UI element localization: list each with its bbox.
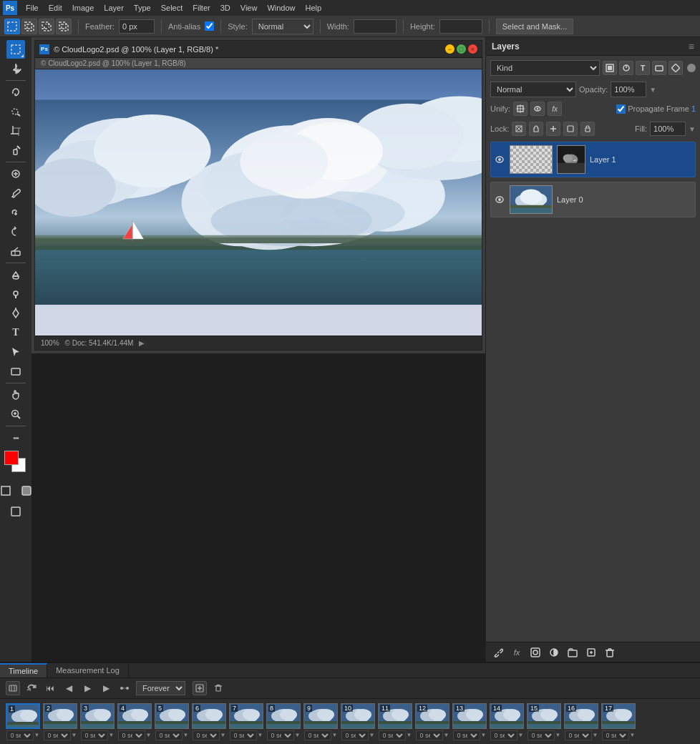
play-btn[interactable]: ▶ bbox=[80, 681, 94, 695]
menu-file[interactable]: File bbox=[21, 2, 43, 14]
frame-time-arrow-3[interactable]: ▼ bbox=[109, 732, 115, 738]
create-adjustment-btn[interactable] bbox=[546, 645, 562, 660]
menu-3d[interactable]: 3D bbox=[216, 2, 235, 14]
frame-item-7[interactable]: 7 0 sec.▼ bbox=[229, 703, 263, 740]
frame-time-select-10[interactable]: 0 sec. bbox=[341, 730, 369, 740]
tab-timeline[interactable]: Timeline bbox=[0, 663, 47, 677]
lock-position-btn[interactable] bbox=[546, 122, 560, 136]
antialias-checkbox[interactable] bbox=[205, 21, 214, 31]
new-selection-btn[interactable] bbox=[4, 19, 20, 34]
add-layer-style-btn[interactable]: fx bbox=[509, 645, 525, 660]
eraser-tool[interactable] bbox=[6, 242, 25, 260]
frame-time-arrow-12[interactable]: ▼ bbox=[444, 732, 449, 738]
frame-time-select-6[interactable]: 0 sec. bbox=[193, 730, 220, 740]
frame-time-select-4[interactable]: 0 sec. bbox=[118, 730, 145, 740]
frame-time-select-5[interactable]: 0 sec. bbox=[155, 730, 183, 740]
blend-mode-select[interactable]: Normal Dissolve Darken Multiply Screen O… bbox=[490, 82, 576, 97]
move-tool[interactable] bbox=[6, 59, 25, 78]
frame-item-17[interactable]: 17 0 sec.▼ bbox=[601, 703, 636, 740]
healing-brush-tool[interactable] bbox=[6, 165, 25, 183]
frame-time-arrow-14[interactable]: ▼ bbox=[518, 732, 524, 738]
quick-mask-btn[interactable] bbox=[17, 481, 32, 500]
frame-time-select-17[interactable]: 0 sec. bbox=[602, 730, 629, 740]
frame-item-10[interactable]: 10 0 sec.▼ bbox=[341, 703, 375, 740]
paint-bucket-tool[interactable] bbox=[6, 265, 25, 284]
fill-input[interactable] bbox=[650, 122, 686, 136]
frame-time-arrow-4[interactable]: ▼ bbox=[146, 732, 152, 738]
quick-selection-tool[interactable] bbox=[6, 102, 25, 121]
menu-edit[interactable]: Edit bbox=[44, 2, 67, 14]
window-minimize-btn[interactable]: − bbox=[445, 44, 454, 54]
filter-type-btn[interactable]: T bbox=[636, 61, 650, 75]
frame-time-arrow-9[interactable]: ▼ bbox=[332, 732, 338, 738]
pen-tool[interactable] bbox=[6, 304, 25, 323]
frame-time-arrow-7[interactable]: ▼ bbox=[258, 732, 263, 738]
eyedropper-tool[interactable] bbox=[6, 141, 25, 160]
add-selection-btn[interactable] bbox=[21, 19, 37, 34]
menu-view[interactable]: View bbox=[236, 2, 262, 14]
feather-input[interactable] bbox=[119, 19, 155, 34]
clone-stamp-tool[interactable] bbox=[6, 203, 25, 222]
opacity-arrow[interactable]: ▼ bbox=[649, 86, 656, 94]
style-select[interactable]: Normal Fixed Ratio Fixed Size bbox=[252, 19, 313, 34]
frame-time-select-3[interactable]: 0 sec. bbox=[81, 730, 108, 740]
type-tool[interactable]: T bbox=[6, 323, 25, 342]
menu-layer[interactable]: Layer bbox=[99, 2, 128, 14]
frame-time-select-11[interactable]: 0 sec. bbox=[379, 730, 406, 740]
screen-mode-btn[interactable] bbox=[6, 502, 25, 521]
brush-tool[interactable] bbox=[6, 184, 25, 202]
frame-time-arrow-10[interactable]: ▼ bbox=[369, 732, 375, 738]
frame-time-select-9[interactable]: 0 sec. bbox=[304, 730, 331, 740]
frame-time-select-15[interactable]: 0 sec. bbox=[528, 730, 555, 740]
new-frame-btn[interactable] bbox=[193, 681, 207, 695]
height-input[interactable] bbox=[439, 19, 482, 34]
filter-smartobject-btn[interactable] bbox=[669, 61, 683, 75]
frame-item-13[interactable]: 13 0 sec.▼ bbox=[452, 703, 487, 740]
frame-time-select-2[interactable]: 0 sec. bbox=[44, 730, 71, 740]
frame-time-arrow-5[interactable]: ▼ bbox=[183, 732, 189, 738]
layer-item-0[interactable]: Layer 0 bbox=[490, 182, 696, 217]
menu-filter[interactable]: Filter bbox=[188, 2, 214, 14]
foreground-color-swatch[interactable] bbox=[4, 451, 19, 465]
more-tools-btn[interactable]: ••• bbox=[6, 429, 25, 447]
unify-position-btn[interactable] bbox=[513, 102, 528, 116]
dodge-tool[interactable] bbox=[6, 285, 25, 303]
filter-adjustment-btn[interactable] bbox=[619, 61, 633, 75]
window-close-btn[interactable]: × bbox=[468, 44, 477, 54]
frame-time-select-16[interactable]: 0 sec. bbox=[565, 730, 592, 740]
frame-item-6[interactable]: 6 0 sec.▼ bbox=[192, 703, 226, 740]
lasso-tool[interactable] bbox=[6, 83, 25, 102]
create-new-layer-btn[interactable] bbox=[583, 645, 599, 660]
next-frame-btn[interactable]: ▶ bbox=[99, 681, 113, 695]
history-brush-tool[interactable] bbox=[6, 222, 25, 241]
lock-all-btn[interactable] bbox=[580, 122, 595, 136]
lock-pixels-btn[interactable] bbox=[529, 122, 543, 136]
frame-time-arrow-15[interactable]: ▼ bbox=[555, 732, 561, 738]
first-frame-btn[interactable]: ⏮ bbox=[43, 681, 57, 695]
frame-time-arrow-17[interactable]: ▼ bbox=[630, 732, 636, 738]
zoom-tool[interactable] bbox=[6, 405, 25, 424]
frame-item-12[interactable]: 12 0 sec.▼ bbox=[415, 703, 449, 740]
frame-time-select-14[interactable]: 0 sec. bbox=[490, 730, 517, 740]
filter-toggle[interactable] bbox=[687, 64, 696, 72]
opacity-input[interactable] bbox=[611, 82, 646, 97]
frame-item-5[interactable]: 5 0 sec.▼ bbox=[155, 703, 189, 740]
frame-item-4[interactable]: 4 0 sec.▼ bbox=[117, 703, 152, 740]
convert-to-timeline-btn[interactable] bbox=[6, 681, 20, 695]
standard-mode-btn[interactable] bbox=[0, 481, 15, 500]
layer-0-visibility[interactable] bbox=[494, 194, 505, 205]
loop-select[interactable]: Forever Once 3 Times bbox=[136, 681, 185, 695]
canvas-image[interactable] bbox=[35, 69, 482, 336]
frame-time-select-13[interactable]: 0 sec. bbox=[453, 730, 480, 740]
layers-panel-menu-btn[interactable]: ≡ bbox=[689, 41, 694, 52]
menu-help[interactable]: Help bbox=[301, 2, 326, 14]
lock-transparent-btn[interactable] bbox=[512, 122, 526, 136]
layer-1-visibility[interactable] bbox=[494, 154, 505, 165]
frame-item-1[interactable]: 1 0 sec.▼ bbox=[6, 703, 40, 740]
unify-visibility-btn[interactable] bbox=[530, 102, 545, 116]
frame-item-3[interactable]: 3 0 sec.▼ bbox=[80, 703, 115, 740]
frame-item-16[interactable]: 16 0 sec.▼ bbox=[564, 703, 598, 740]
document-tab[interactable]: © CloudLogo2.psd @ 100% (Layer 1, RGB/8) bbox=[35, 58, 482, 69]
create-group-btn[interactable] bbox=[565, 645, 580, 660]
menu-select[interactable]: Select bbox=[157, 2, 188, 14]
